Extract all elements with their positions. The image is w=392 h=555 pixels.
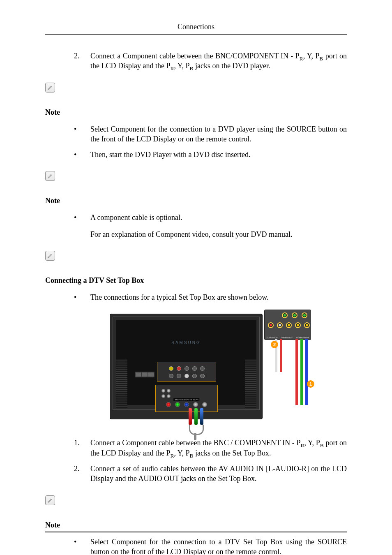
step-2-number: 2. — [74, 51, 90, 71]
bnc-component-panel: BNC/COMPONENT IN [Y] — [155, 385, 218, 412]
port-pb — [184, 402, 189, 407]
connection-figure: SAMSUNG BNC/COMPONENT IN [Y] — [74, 314, 347, 421]
component-plugs — [189, 408, 203, 425]
note-icon — [45, 171, 55, 181]
bullet-b-1: • A component cable is optional. For an … — [74, 213, 347, 239]
step-2-text: Connect a Component cable between the BN… — [90, 51, 347, 71]
stb-step-2: 2. Connect a set of audio cables between… — [74, 464, 347, 484]
port-extra-2 — [202, 402, 207, 407]
note-icon — [45, 495, 55, 505]
bullet-a-0: • Select Component for the connection to… — [74, 124, 347, 144]
note-heading-3: Note — [45, 521, 347, 530]
content-area: 2. Connect a Component cable between the… — [45, 51, 347, 555]
component-cables-stb — [295, 339, 308, 405]
port-y — [175, 402, 180, 407]
bullet-c-1: • The connections for a typical Set Top … — [74, 292, 347, 302]
bnc-label: BNC/COMPONENT IN [Y] — [173, 398, 199, 401]
step-2: 2. Connect a Component cable between the… — [74, 51, 347, 71]
bullet-d-1: • Select Component for the connection to… — [74, 537, 347, 555]
note-heading-2: Note — [45, 197, 347, 205]
footer-rule — [45, 532, 347, 532]
set-top-box-panel: AUDIO OUT VIDEO OUT COMPONENT — [264, 310, 311, 340]
port-pr — [166, 402, 171, 407]
stb-step-1: 1. Connect a Component cable between the… — [74, 438, 347, 458]
section-title-stb: Connecting a DTV Set Top Box — [45, 276, 347, 285]
stb-step-1-text: Connect a Component cable between the BN… — [90, 438, 347, 458]
callout-1: 1 — [307, 380, 314, 388]
brand-logo: SAMSUNG — [171, 340, 201, 345]
lcd-display-rear: SAMSUNG BNC/COMPONENT IN [Y] — [110, 314, 263, 419]
port-extra-1 — [193, 402, 198, 407]
header-title: Connections — [178, 23, 214, 31]
note-heading-1: Note — [45, 108, 347, 117]
page-header: Connections — [45, 23, 347, 35]
upper-port-block — [157, 362, 216, 382]
bullet-a-1: • Then, start the DVD Player with a DVD … — [74, 150, 347, 160]
note-icon — [45, 251, 55, 261]
note-icon — [45, 83, 55, 92]
